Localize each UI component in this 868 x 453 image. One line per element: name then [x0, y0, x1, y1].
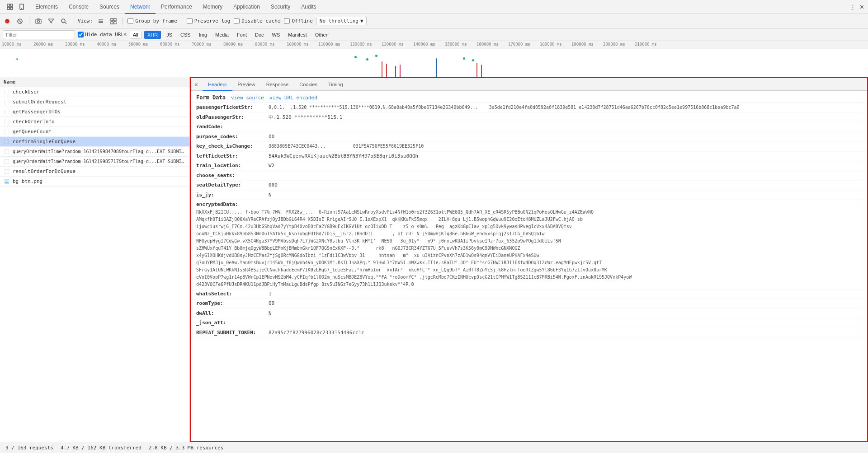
- tab-response[interactable]: Response: [261, 78, 294, 91]
- svg-rect-22: [5, 110, 9, 114]
- svg-rect-16: [111, 19, 113, 21]
- panel-close-button[interactable]: ×: [193, 81, 200, 88]
- tick-20: 200000 ms: [603, 42, 625, 47]
- tab-sources[interactable]: Sources: [94, 0, 125, 14]
- panel-tabs: × Headers Preview Response Cookies Timin…: [191, 78, 867, 91]
- media-filter-btn[interactable]: Media: [212, 32, 231, 38]
- svg-rect-9: [36, 19, 41, 23]
- request-list: Name checkUser submitOrderRequest getPas…: [0, 77, 190, 442]
- tick-1: 10000 ms: [2, 42, 21, 47]
- manifest-filter-btn[interactable]: Manifest: [285, 32, 310, 38]
- tab-application[interactable]: Application: [228, 0, 265, 14]
- doc-filter-btn[interactable]: Doc: [252, 32, 267, 38]
- throttling-dropdown[interactable]: No throttling ▼: [316, 17, 367, 25]
- disable-cache-checkbox[interactable]: Disable cache: [234, 18, 280, 24]
- filter-bar: Hide data URLs All XHR JS CSS Img Media …: [0, 28, 868, 41]
- tab-preview[interactable]: Preview: [232, 78, 261, 91]
- close-devtools-icon[interactable]: ✕: [857, 2, 866, 11]
- tab-cookies[interactable]: Cookies: [294, 78, 323, 91]
- timeline-chart: [0, 49, 868, 77]
- devtools-icons: [2, 2, 30, 11]
- view-grid-icon[interactable]: [109, 17, 118, 26]
- record-button[interactable]: [3, 17, 12, 26]
- timeline: 10000 ms 20000 ms 30000 ms 40000 ms 5000…: [0, 41, 868, 77]
- svg-rect-19: [114, 22, 116, 24]
- filter-button[interactable]: [47, 17, 56, 26]
- tick-17: 170000 ms: [508, 42, 530, 47]
- tick-4: 40000 ms: [97, 42, 116, 47]
- tab-console[interactable]: Console: [63, 0, 94, 14]
- svg-rect-2: [7, 7, 9, 9]
- timeline-bar-3: [436, 58, 437, 77]
- tab-performance[interactable]: Performance: [156, 0, 198, 14]
- img-filter-btn[interactable]: Img: [196, 32, 210, 38]
- all-filter-btn[interactable]: All: [130, 31, 142, 39]
- xhr-icon: [4, 129, 10, 135]
- preserve-log-checkbox[interactable]: Preserve log: [187, 18, 230, 24]
- form-row-json-att: _json_att:: [191, 318, 867, 328]
- more-tools-icon[interactable]: ⋮: [848, 2, 857, 11]
- tick-13: 130000 ms: [382, 42, 404, 47]
- tick-7: 70000 ms: [192, 42, 211, 47]
- tab-elements[interactable]: Elements: [30, 0, 63, 14]
- tick-5: 50000 ms: [128, 42, 148, 47]
- form-row-train-location: train_location: W2: [191, 161, 867, 171]
- list-item[interactable]: submitOrderRequest: [0, 97, 189, 107]
- list-item[interactable]: resultOrderForDcQueue: [0, 167, 189, 177]
- timeline-bar-4: [395, 66, 396, 77]
- offline-checkbox[interactable]: Offline: [284, 18, 312, 24]
- list-item[interactable]: getQueueCount: [0, 127, 189, 137]
- svg-point-6: [5, 19, 9, 23]
- tab-audits[interactable]: Audits: [296, 0, 321, 14]
- list-item[interactable]: getPassengerDTOs: [0, 107, 189, 117]
- view-url-encoded-link[interactable]: view URL encoded: [269, 95, 317, 101]
- tab-timing[interactable]: Timing: [323, 78, 349, 91]
- form-row-choose-seats: choose_seats:: [191, 171, 867, 181]
- xhr-icon: [4, 119, 10, 125]
- js-filter-btn[interactable]: JS: [164, 32, 175, 38]
- xhr-icon: [4, 159, 10, 165]
- font-filter-btn[interactable]: Font: [234, 32, 250, 38]
- tab-security[interactable]: Security: [265, 0, 296, 14]
- tick-10: 100000 ms: [287, 42, 309, 47]
- right-panel: × Headers Preview Response Cookies Timin…: [190, 77, 868, 442]
- clear-button[interactable]: [15, 17, 24, 26]
- list-item[interactable]: bg_btn.png: [0, 177, 189, 187]
- hide-data-urls-checkbox[interactable]: Hide data URLs: [78, 32, 127, 37]
- list-item[interactable]: queryOrderWaitTime?random=1614219985717&…: [0, 157, 189, 167]
- devtools-tabs-bar: Elements Console Sources Network Perform…: [0, 0, 868, 14]
- xhr-icon: [4, 89, 10, 95]
- form-row-encryptedData: encryptedData: RkXXxFjB2ICU..... f-boo T…: [191, 200, 867, 290]
- ws-filter-btn[interactable]: WS: [269, 32, 283, 38]
- list-item[interactable]: checkUser: [0, 87, 189, 97]
- timeline-bar-2: [386, 64, 387, 77]
- xhr-filter-btn[interactable]: XHR: [144, 31, 161, 39]
- css-filter-btn[interactable]: CSS: [178, 32, 193, 38]
- list-item-selected[interactable]: confirmSingleForQueue: [0, 137, 189, 147]
- view-list-icon[interactable]: [96, 17, 105, 26]
- tick-11: 110000 ms: [318, 42, 340, 47]
- search-button[interactable]: [59, 17, 68, 26]
- form-row-dwAll: dwAll: N: [191, 309, 867, 319]
- xhr-icon: [4, 109, 10, 115]
- list-item[interactable]: checkOrderInfo: [0, 117, 189, 127]
- svg-line-12: [65, 22, 66, 24]
- tick-8: 80000 ms: [223, 42, 243, 47]
- view-source-link[interactable]: view source: [231, 95, 264, 101]
- form-data-label: Form Data: [196, 94, 226, 101]
- form-row-repeat-submit-token: REPEAT_SUBMIT_TOKEN: 82a95c7f827996028c2…: [191, 328, 867, 338]
- tab-memory[interactable]: Memory: [198, 0, 228, 14]
- timeline-dot-4: [375, 55, 377, 57]
- inspect-icon[interactable]: [5, 2, 14, 11]
- camera-button[interactable]: [34, 17, 43, 26]
- list-item[interactable]: queryOrderWaitTime?random=1614219984708&…: [0, 147, 189, 157]
- tab-headers[interactable]: Headers: [203, 78, 232, 91]
- group-by-frame-checkbox[interactable]: Group by frame: [127, 18, 177, 24]
- other-filter-btn[interactable]: Other: [312, 32, 330, 38]
- xhr-icon: [4, 168, 10, 175]
- tick-21: 210000 ms: [635, 42, 657, 47]
- tab-network[interactable]: Network: [125, 0, 156, 14]
- filter-input[interactable]: [3, 30, 75, 39]
- device-icon[interactable]: [17, 2, 26, 11]
- svg-rect-28: [5, 169, 9, 174]
